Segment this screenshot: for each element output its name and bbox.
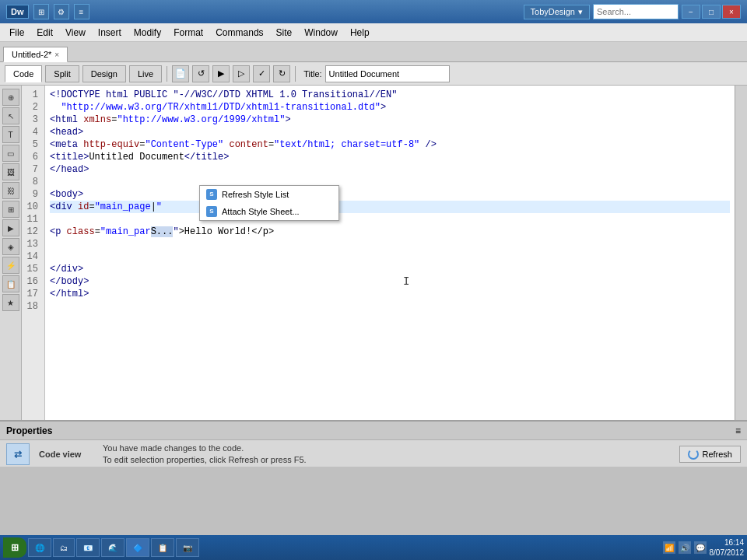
check-icon[interactable]: ✓ — [253, 65, 270, 82]
tab-label: Untitled-2* — [12, 50, 51, 59]
restore-button[interactable]: □ — [702, 5, 721, 19]
line-num: 12 — [23, 226, 41, 238]
menu-item-insert[interactable]: Insert — [92, 25, 128, 40]
minimize-button[interactable]: − — [682, 5, 700, 19]
right-scrollbar[interactable] — [735, 86, 747, 420]
browse-icon[interactable]: ▶ — [212, 65, 230, 82]
refresh-circle-icon — [688, 449, 699, 460]
code-line-6: <title>Untitled Document</title> — [50, 151, 730, 163]
autocomplete-dropdown[interactable]: S Refresh Style List S Attach Style Shee… — [199, 185, 339, 221]
taskbar-media-button[interactable]: 🌊 — [101, 538, 124, 557]
cursor-icon[interactable]: ↖ — [2, 107, 19, 124]
workspace-icon[interactable]: ⊞ — [33, 4, 49, 19]
line-num: 7 — [23, 163, 41, 176]
style-list-icon: S — [206, 189, 217, 200]
code-view-icon: ⇄ — [6, 443, 30, 465]
refresh-button[interactable]: Refresh — [679, 446, 741, 463]
favorite-icon[interactable]: ★ — [2, 294, 19, 311]
taskbar-email-button[interactable]: 📧 — [76, 538, 100, 557]
refresh-icon[interactable]: ↺ — [192, 65, 209, 82]
file-manage-icon[interactable]: 📄 — [172, 65, 189, 82]
code-line-16: </body> — [50, 275, 730, 288]
line-num: 8 — [23, 176, 41, 188]
taskbar-clip-button[interactable]: 📋 — [151, 538, 174, 557]
code-line-18 — [50, 300, 730, 313]
taskbar-explorer-button[interactable]: 🗂 — [53, 538, 75, 557]
explorer-icon: 🗂 — [60, 544, 68, 552]
link-icon[interactable]: ⛓ — [2, 182, 19, 199]
code-line-3: <html xmlns="http://www.w3.org/1999/xhtm… — [50, 114, 730, 126]
code-editor[interactable]: 1 2 3 4 5 6 7 8 9 10 11 12 13 14 15 16 1… — [22, 86, 735, 420]
dropdown-arrow-icon: ▾ — [578, 7, 583, 17]
attach-icon: S — [206, 206, 217, 217]
design-view-button[interactable]: Design — [82, 65, 126, 82]
start-button[interactable]: ⊞ — [3, 537, 26, 558]
menu-item-help[interactable]: Help — [344, 25, 376, 40]
search-input[interactable] — [593, 4, 679, 19]
code-line-8 — [50, 176, 730, 188]
autocomplete-item-attach[interactable]: S Attach Style Sheet... — [200, 203, 338, 220]
insert-icon[interactable]: ⊕ — [2, 89, 19, 106]
taskbar-right: 📶 🔊 💬 16:14 8/07/2012 — [663, 537, 745, 558]
taskbar-dw-button[interactable]: 🔷 — [126, 538, 149, 557]
image-icon[interactable]: 🖼 — [2, 163, 19, 180]
user-badge[interactable]: TobyDesign ▾ — [524, 5, 590, 19]
line-num: 11 — [23, 213, 41, 226]
tab-close-icon[interactable]: × — [54, 51, 59, 59]
code-lines[interactable]: <!DOCTYPE html PUBLIC "-//W3C//DTD XHTML… — [45, 86, 735, 420]
widget-icon[interactable]: ◈ — [2, 238, 19, 255]
tab-untitled2[interactable]: Untitled-2* × — [3, 47, 68, 62]
close-button[interactable]: × — [722, 5, 741, 19]
code-line-11 — [50, 213, 730, 226]
prop-message-line2: To edit selection properties, click Refr… — [103, 454, 307, 466]
line-num: 4 — [23, 126, 41, 138]
code-line-17: </html> — [50, 288, 730, 300]
settings-icon[interactable]: ⚙ — [54, 4, 69, 19]
window-controls: − □ × — [682, 5, 741, 19]
menu-item-window[interactable]: Window — [298, 25, 344, 40]
line-num: 5 — [23, 138, 41, 151]
menu-item-commands[interactable]: Commands — [209, 25, 269, 40]
taskbar-photo-button[interactable]: 📷 — [176, 538, 199, 557]
live-view-button[interactable]: Live — [129, 65, 162, 82]
reload-icon[interactable]: ↻ — [273, 65, 290, 82]
properties-header: Properties ≡ — [0, 422, 747, 440]
menu-item-edit[interactable]: Edit — [30, 25, 59, 40]
toolbar-sep-1 — [167, 66, 167, 82]
properties-collapse-icon[interactable]: ≡ — [735, 425, 741, 436]
line-num: 14 — [23, 250, 41, 263]
autocomplete-item-refresh[interactable]: S Refresh Style List — [200, 186, 338, 203]
text-icon[interactable]: T — [2, 126, 19, 143]
page-title-input[interactable] — [325, 65, 450, 82]
split-view-button[interactable]: Split — [45, 65, 79, 82]
taskbar-ie-button[interactable]: 🌐 — [28, 538, 51, 557]
code-line-4: <head> — [50, 126, 730, 138]
code-line-12: <p class="main_parS...">Hello World!</p> — [50, 226, 730, 238]
notification-tray-icon: 💬 — [694, 541, 707, 554]
prop-message: You have made changes to the code. To ed… — [103, 443, 307, 467]
menu-item-file[interactable]: File — [3, 25, 30, 40]
menu-item-format[interactable]: Format — [167, 25, 209, 40]
template-icon[interactable]: 📋 — [2, 275, 19, 292]
media-icon: 🌊 — [108, 544, 117, 552]
media-icon[interactable]: ▶ — [2, 219, 19, 236]
form-icon[interactable]: ▭ — [2, 145, 19, 162]
extensions-icon[interactable]: ≡ — [74, 4, 89, 19]
line-num: 18 — [23, 300, 41, 313]
debug-icon[interactable]: ▷ — [233, 65, 250, 82]
menu-item-site[interactable]: Site — [270, 25, 299, 40]
line-numbers: 1 2 3 4 5 6 7 8 9 10 11 12 13 14 15 16 1… — [22, 86, 45, 420]
code-line-2: "http://www.w3.org/TR/xhtml1/DTD/xhtml1-… — [50, 101, 730, 114]
table-icon[interactable]: ⊞ — [2, 201, 19, 218]
code-view-button[interactable]: Code — [5, 65, 42, 82]
clip-icon: 📋 — [158, 544, 167, 552]
server-icon[interactable]: ⚡ — [2, 257, 19, 274]
menu-item-view[interactable]: View — [59, 25, 92, 40]
menu-item-modify[interactable]: Modify — [128, 25, 167, 40]
tab-bar: Untitled-2* × — [0, 42, 747, 62]
line-num: 15 — [23, 263, 41, 275]
refresh-label: Refresh — [702, 450, 732, 459]
line-num: 16 — [23, 275, 41, 288]
prop-section-label: Code view — [39, 450, 93, 459]
windows-logo-icon: ⊞ — [11, 542, 19, 553]
